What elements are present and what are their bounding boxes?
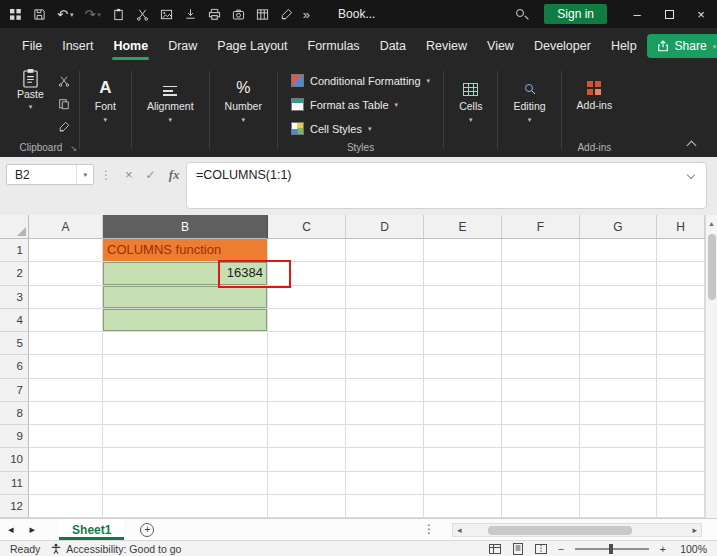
cell-H7[interactable] xyxy=(657,379,705,402)
cell-E11[interactable] xyxy=(424,472,502,495)
cell-C3[interactable] xyxy=(268,286,346,309)
cells-group-button[interactable]: Cells ▾ xyxy=(449,69,492,157)
cell-A6[interactable] xyxy=(29,355,103,378)
cut-icon[interactable] xyxy=(136,7,149,21)
cell-D8[interactable] xyxy=(346,402,424,425)
cell-A5[interactable] xyxy=(29,332,103,355)
normal-view-icon[interactable] xyxy=(489,542,501,556)
cell-A4[interactable] xyxy=(29,309,103,332)
cell-E7[interactable] xyxy=(424,379,502,402)
cell-D12[interactable] xyxy=(346,495,424,518)
row-header-4[interactable]: 4 xyxy=(0,309,29,332)
addins-button[interactable]: Add-ins xyxy=(567,69,623,111)
tab-review[interactable]: Review xyxy=(416,28,477,64)
cell-C9[interactable] xyxy=(268,425,346,448)
column-header-H[interactable]: H xyxy=(657,215,705,239)
tab-insert[interactable]: Insert xyxy=(52,28,103,64)
cell-G5[interactable] xyxy=(580,332,657,355)
cell-D5[interactable] xyxy=(346,332,424,355)
cell-F3[interactable] xyxy=(502,286,580,309)
cell-B11[interactable] xyxy=(103,472,268,495)
sheet-tab-sheet1[interactable]: Sheet1 xyxy=(59,519,124,540)
cell-C4[interactable] xyxy=(268,309,346,332)
cell-C12[interactable] xyxy=(268,495,346,518)
row-header-7[interactable]: 7 xyxy=(0,379,29,402)
zoom-in-button[interactable]: + xyxy=(660,543,666,555)
undo-button[interactable]: ↶▾ xyxy=(57,8,73,21)
cell-F10[interactable] xyxy=(502,448,580,471)
cell-D11[interactable] xyxy=(346,472,424,495)
cell-A9[interactable] xyxy=(29,425,103,448)
share-button[interactable]: Share ▾ xyxy=(647,34,717,58)
cell-F1[interactable] xyxy=(502,239,580,262)
save-icon[interactable] xyxy=(33,7,46,21)
cancel-icon[interactable]: × xyxy=(125,167,133,182)
column-header-F[interactable]: F xyxy=(502,215,580,239)
cell-H1[interactable] xyxy=(657,239,705,262)
row-header-8[interactable]: 8 xyxy=(0,402,29,425)
cell-C7[interactable] xyxy=(268,379,346,402)
tab-view[interactable]: View xyxy=(477,28,524,64)
cell-G7[interactable] xyxy=(580,379,657,402)
table-icon[interactable] xyxy=(256,7,269,21)
cell-D4[interactable] xyxy=(346,309,424,332)
cell-C11[interactable] xyxy=(268,472,346,495)
page-break-preview-icon[interactable] xyxy=(535,542,547,556)
row-header-11[interactable]: 11 xyxy=(0,472,29,495)
cell-E3[interactable] xyxy=(424,286,502,309)
cell-styles-button[interactable]: Cell Styles ▾ xyxy=(291,118,430,139)
format-painter-button[interactable] xyxy=(58,120,70,134)
cell-A7[interactable] xyxy=(29,379,103,402)
cell-F4[interactable] xyxy=(502,309,580,332)
cell-E5[interactable] xyxy=(424,332,502,355)
printer-icon[interactable] xyxy=(208,7,221,21)
name-box-dropdown-icon[interactable]: ▾ xyxy=(76,165,93,184)
column-header-B[interactable]: B xyxy=(103,215,268,239)
cell-H6[interactable] xyxy=(657,355,705,378)
cell-G8[interactable] xyxy=(580,402,657,425)
cell-E1[interactable] xyxy=(424,239,502,262)
page-layout-view-icon[interactable] xyxy=(512,542,524,556)
cell-A10[interactable] xyxy=(29,448,103,471)
cell-F5[interactable] xyxy=(502,332,580,355)
cell-C5[interactable] xyxy=(268,332,346,355)
cell-F8[interactable] xyxy=(502,402,580,425)
cell-G9[interactable] xyxy=(580,425,657,448)
alignment-group-button[interactable]: Alignment ▾ xyxy=(137,69,204,157)
cell-H8[interactable] xyxy=(657,402,705,425)
cell-H12[interactable] xyxy=(657,495,705,518)
expand-formula-bar-icon[interactable] xyxy=(687,172,697,182)
row-header-2[interactable]: 2 xyxy=(0,262,29,285)
row-header-5[interactable]: 5 xyxy=(0,332,29,355)
cell-B12[interactable] xyxy=(103,495,268,518)
horizontal-scrollbar[interactable]: ◂ ▸ xyxy=(452,523,702,537)
collapse-ribbon-chevron-icon[interactable] xyxy=(687,139,697,148)
cell-A3[interactable] xyxy=(29,286,103,309)
tab-developer[interactable]: Developer xyxy=(524,28,601,64)
row-header-10[interactable]: 10 xyxy=(0,448,29,471)
zoom-out-button[interactable]: − xyxy=(558,543,564,555)
cell-H10[interactable] xyxy=(657,448,705,471)
maximize-button[interactable] xyxy=(653,7,685,22)
zoom-slider[interactable] xyxy=(575,548,649,550)
cell-C8[interactable] xyxy=(268,402,346,425)
column-header-E[interactable]: E xyxy=(424,215,502,239)
tab-data[interactable]: Data xyxy=(370,28,416,64)
cell-B8[interactable] xyxy=(103,402,268,425)
cell-B10[interactable] xyxy=(103,448,268,471)
tab-page-layout[interactable]: Page Layout xyxy=(207,28,297,64)
formula-input[interactable]: =COLUMNS(1:1) xyxy=(186,162,707,209)
horizontal-scroll-track[interactable] xyxy=(466,524,689,536)
accessibility-status[interactable]: Accessibility: Good to go xyxy=(50,542,181,556)
cell-F9[interactable] xyxy=(502,425,580,448)
cell-D7[interactable] xyxy=(346,379,424,402)
cell-G10[interactable] xyxy=(580,448,657,471)
sheet-options-dots-icon[interactable]: ⋮ xyxy=(423,522,435,536)
insert-function-icon[interactable]: fx xyxy=(169,167,180,183)
download-icon[interactable] xyxy=(184,7,197,21)
cell-G1[interactable] xyxy=(580,239,657,262)
cell-C6[interactable] xyxy=(268,355,346,378)
column-header-A[interactable]: A xyxy=(29,215,103,239)
cell-H11[interactable] xyxy=(657,472,705,495)
cell-G11[interactable] xyxy=(580,472,657,495)
